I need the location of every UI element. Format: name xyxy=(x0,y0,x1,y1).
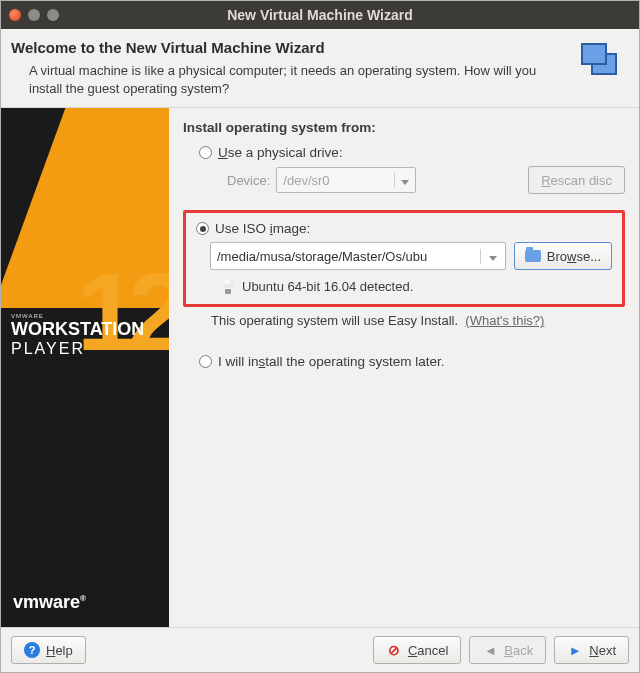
help-icon: ? xyxy=(24,642,40,658)
cancel-label: Cancel xyxy=(408,643,448,658)
radio-label: Use a physical drive: xyxy=(218,145,343,160)
radio-physical-drive[interactable]: Use a physical drive: xyxy=(199,145,625,160)
radio-icon xyxy=(196,222,209,235)
wizard-header: Welcome to the New Virtual Machine Wizar… xyxy=(1,29,639,108)
device-row: Device: /dev/sr0 Rescan disc xyxy=(199,166,625,194)
back-label: Back xyxy=(504,643,533,658)
folder-icon xyxy=(525,250,541,262)
device-combo: /dev/sr0 xyxy=(276,167,416,193)
option-physical-drive: Use a physical drive: Device: /dev/sr0 R… xyxy=(183,145,625,194)
radio-icon xyxy=(199,355,212,368)
whats-this-link[interactable]: (What's this?) xyxy=(465,313,544,328)
browse-button[interactable]: Browse... xyxy=(514,242,612,270)
help-button[interactable]: ? Help xyxy=(11,636,86,664)
vm-icon xyxy=(577,39,625,87)
arrow-right-icon: ► xyxy=(567,642,583,658)
cancel-button[interactable]: ⊘ Cancel xyxy=(373,636,461,664)
titlebar: New Virtual Machine Wizard xyxy=(1,1,639,29)
back-button: ◄ Back xyxy=(469,636,546,664)
iso-path-row: Browse... xyxy=(196,242,612,270)
page-title: Welcome to the New Virtual Machine Wizar… xyxy=(11,39,569,56)
rescan-disc-button: Rescan disc xyxy=(528,166,625,194)
section-title: Install operating system from: xyxy=(183,120,625,135)
wizard-body: 12 VMWARE WORKSTATION PLAYER vmware® Ins… xyxy=(1,108,639,627)
brand-footer: vmware® xyxy=(13,592,86,613)
radio-label: Use ISO image: xyxy=(215,221,310,236)
easy-install-note: This operating system will use Easy Inst… xyxy=(183,313,625,328)
brand-small: VMWARE xyxy=(11,313,144,319)
next-button[interactable]: ► Next xyxy=(554,636,629,664)
device-label: Device: xyxy=(227,173,270,188)
radio-icon xyxy=(199,146,212,159)
radio-label: I will install the operating system late… xyxy=(218,354,445,369)
branding-sidebar: 12 VMWARE WORKSTATION PLAYER vmware® xyxy=(1,108,169,627)
main-panel: Install operating system from: Use a phy… xyxy=(169,108,639,627)
iso-path-combo[interactable] xyxy=(210,242,506,270)
chevron-down-icon xyxy=(394,173,409,188)
iso-path-input[interactable] xyxy=(211,249,480,264)
wizard-window: New Virtual Machine Wizard Welcome to th… xyxy=(0,0,640,673)
next-label: Next xyxy=(589,643,616,658)
product-workstation: WORKSTATION xyxy=(11,319,144,340)
device-value: /dev/sr0 xyxy=(283,173,329,188)
lightbulb-icon xyxy=(222,278,234,294)
detection-text: Ubuntu 64-bit 16.04 detected. xyxy=(242,279,413,294)
page-subtitle: A virtual machine is like a physical com… xyxy=(11,62,569,97)
browse-label: Browse... xyxy=(547,249,601,264)
radio-use-iso[interactable]: Use ISO image: xyxy=(196,221,612,236)
arrow-left-icon: ◄ xyxy=(482,642,498,658)
radio-install-later[interactable]: I will install the operating system late… xyxy=(199,354,625,369)
window-title: New Virtual Machine Wizard xyxy=(1,7,639,23)
option-install-later: I will install the operating system late… xyxy=(183,354,625,375)
highlighted-iso-option: Use ISO image: Browse... Ubuntu 64-bit 1… xyxy=(183,210,625,307)
detection-row: Ubuntu 64-bit 16.04 detected. xyxy=(196,278,612,294)
wizard-footer: ? Help ⊘ Cancel ◄ Back ► Next xyxy=(1,627,639,672)
help-label: Help xyxy=(46,643,73,658)
product-player: PLAYER xyxy=(11,340,144,358)
chevron-down-icon[interactable] xyxy=(480,249,505,264)
cancel-icon: ⊘ xyxy=(386,642,402,658)
